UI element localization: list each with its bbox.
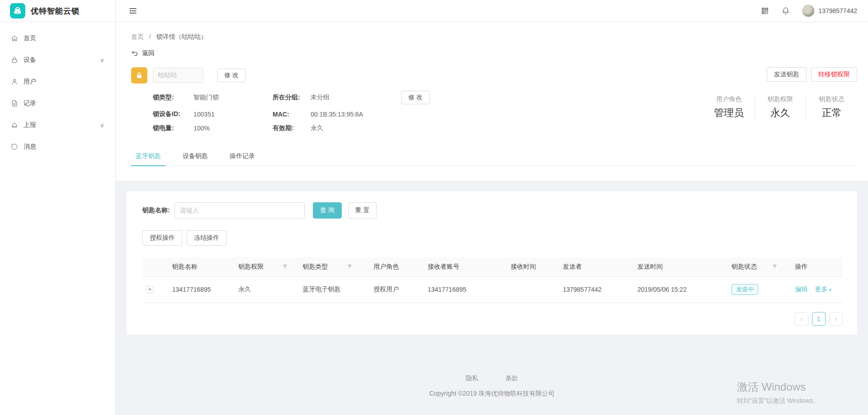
filter-icon[interactable] xyxy=(772,263,777,270)
tab-operation-records[interactable]: 操作记录 xyxy=(225,152,259,166)
file-icon xyxy=(11,100,18,107)
filter-icon[interactable] xyxy=(283,263,288,270)
sidebar-item-label: 记录 xyxy=(24,99,104,107)
lock-badge-icon xyxy=(131,67,147,84)
send-key-button[interactable]: 发送钥匙 xyxy=(767,67,807,82)
chevron-down-icon: ∨ xyxy=(829,287,832,292)
user-avatar[interactable] xyxy=(802,5,815,17)
authorize-button[interactable]: 授权操作 xyxy=(142,230,182,246)
breadcrumb-current: 锁详情（咕咕咕） xyxy=(156,33,207,40)
lock-name-input[interactable] xyxy=(153,68,203,83)
freeze-button[interactable]: 冻结操作 xyxy=(187,230,226,246)
lock-icon xyxy=(11,56,18,64)
sidebar-item-users[interactable]: 用户 xyxy=(0,71,115,93)
field-value: 未分组 xyxy=(311,93,401,102)
stat-value: 正常 xyxy=(809,106,854,120)
more-label: 更多 xyxy=(815,285,828,293)
sidebar-item-records[interactable]: 记录 xyxy=(0,93,115,114)
field-label: 锁电量: xyxy=(153,124,193,132)
cell-key-status: 发送中 xyxy=(728,276,791,303)
menu-fold-icon[interactable] xyxy=(128,6,137,15)
app-logo-icon xyxy=(10,3,25,19)
field-label: 锁类型: xyxy=(153,93,193,102)
sidebar-item-label: 上报 xyxy=(24,121,100,129)
field-value: 智能门锁 xyxy=(193,93,273,102)
status-badge: 发送中 xyxy=(731,284,758,295)
filter-icon[interactable] xyxy=(347,263,352,270)
back-button[interactable]: 返回 xyxy=(131,41,167,64)
main-area: 13798577442 首页 / 锁详情（咕咕咕） 返回 xyxy=(116,0,868,415)
reset-button[interactable]: 重 置 xyxy=(348,202,377,219)
sidebar-item-label: 首页 xyxy=(24,34,104,42)
edit-link[interactable]: 编辑 xyxy=(795,285,808,293)
more-link[interactable]: 更多∨ xyxy=(815,285,832,293)
row-expand-button[interactable]: + xyxy=(146,286,154,294)
logo-area: 优特智能云锁 xyxy=(0,0,115,22)
cell-operation: 编辑更多∨ xyxy=(792,276,843,303)
cell-receive-time xyxy=(507,276,559,303)
notification-bell-icon[interactable] xyxy=(781,6,790,15)
col-key-type: 钥匙类型 xyxy=(299,257,370,276)
footer-links: 隐私 条款 xyxy=(116,374,868,382)
col-key-name: 钥匙名称 xyxy=(169,257,235,276)
col-receive-time: 接收时间 xyxy=(507,257,559,276)
modify-name-button[interactable]: 修 改 xyxy=(217,69,246,82)
col-label: 钥匙权限 xyxy=(238,263,264,270)
sidebar: 优特智能云锁 首页 设备 ∨ 用户 xyxy=(0,0,116,415)
col-operation: 操作 xyxy=(792,257,843,276)
breadcrumb-separator: / xyxy=(149,33,151,40)
detail-action-buttons: 发送钥匙 转移锁权限 xyxy=(767,67,857,82)
lock-fields: 锁类型: 智能门锁 所在分组: 未分组 修 改 锁设备ID: 100351 MA… xyxy=(153,91,703,132)
col-permission: 钥匙权限 xyxy=(235,257,299,276)
col-receiver: 接收者账号 xyxy=(424,257,507,276)
col-label: 钥匙状态 xyxy=(731,263,757,270)
stat-user-role: 用户角色 管理员 xyxy=(703,95,755,120)
alarm-icon xyxy=(11,121,18,129)
qr-code-icon[interactable] xyxy=(760,6,769,15)
tab-device-keys[interactable]: 设备钥匙 xyxy=(178,152,212,166)
breadcrumb-home[interactable]: 首页 xyxy=(131,33,144,40)
chevron-down-icon: ∨ xyxy=(100,121,104,129)
pagination-page-1[interactable]: 1 xyxy=(812,312,826,326)
keys-table: 钥匙名称 钥匙权限 钥匙类型 用户角色 接收者账号 接收时间 发送者 发送时 xyxy=(142,257,843,303)
field-label: MAC: xyxy=(273,111,311,118)
col-send-time: 发送时间 xyxy=(634,257,728,276)
lock-detail-panel: 首页 / 锁详情（咕咕咕） 返回 xyxy=(116,22,868,181)
modify-group-button[interactable]: 修 改 xyxy=(401,91,430,104)
pagination-next-button[interactable]: › xyxy=(829,312,843,326)
home-icon xyxy=(11,35,18,42)
transfer-lock-button[interactable]: 转移锁权限 xyxy=(811,67,857,82)
stat-label: 钥匙状态 xyxy=(809,95,854,103)
tab-bluetooth-keys[interactable]: 蓝牙钥匙 xyxy=(131,152,165,166)
sidebar-item-devices[interactable]: 设备 ∨ xyxy=(0,49,115,71)
col-user-role: 用户角色 xyxy=(370,257,424,276)
key-list-card: 钥匙名称: 查 询 重 置 授权操作 冻结操作 xyxy=(127,191,857,335)
watermark-line2: 转到“设置”以激活 Windows。 xyxy=(737,397,819,405)
sidebar-nav: 首页 设备 ∨ 用户 记录 xyxy=(0,22,115,158)
detail-right: 发送钥匙 转移锁权限 用户角色 管理员 钥匙权限 永久 xyxy=(703,67,857,132)
detail-left: 修 改 锁类型: 智能门锁 所在分组: 未分组 修 改 锁设备ID: 10035… xyxy=(131,67,703,132)
cell-user-role: 授权用户 xyxy=(370,276,424,303)
user-phone-number[interactable]: 13798577442 xyxy=(818,7,857,14)
field-value: 永久 xyxy=(311,124,401,132)
sidebar-item-home[interactable]: 首页 xyxy=(0,28,115,49)
sidebar-item-report[interactable]: 上报 ∨ xyxy=(0,114,115,136)
sidebar-item-messages[interactable]: 消息 xyxy=(0,136,115,158)
stat-key-status: 钥匙状态 正常 xyxy=(806,95,857,120)
col-expand xyxy=(142,257,169,276)
stat-label: 用户角色 xyxy=(706,95,752,103)
chevron-down-icon: ∨ xyxy=(100,56,104,64)
field-value: 100% xyxy=(193,125,273,132)
cell-permission: 永久 xyxy=(235,276,299,303)
search-label: 钥匙名称: xyxy=(142,206,170,214)
batch-ops-row: 授权操作 冻结操作 xyxy=(142,230,843,246)
col-sender: 发送者 xyxy=(559,257,634,276)
query-button[interactable]: 查 询 xyxy=(313,202,342,219)
back-label: 返回 xyxy=(142,49,155,57)
sidebar-item-label: 设备 xyxy=(24,56,100,64)
stat-value: 永久 xyxy=(758,106,803,120)
pagination-prev-button[interactable]: ‹ xyxy=(795,312,808,326)
key-name-search-input[interactable] xyxy=(175,202,305,219)
privacy-link[interactable]: 隐私 xyxy=(466,374,478,382)
terms-link[interactable]: 条款 xyxy=(505,374,518,382)
